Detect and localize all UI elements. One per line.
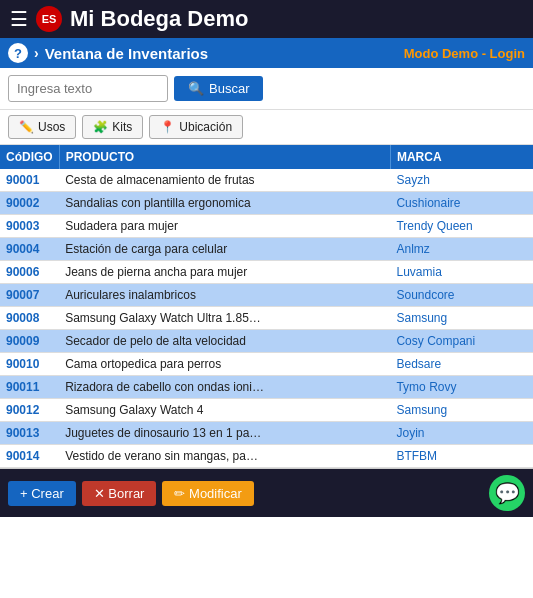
- cell-product: Auriculares inalambricos: [59, 284, 390, 307]
- app-header: ☰ ES Mi Bodega Demo: [0, 0, 533, 38]
- cell-brand: Sayzh: [390, 169, 533, 192]
- cell-code: 90004: [0, 238, 59, 261]
- cell-product: Vestido de verano sin mangas, pa…: [59, 445, 390, 468]
- filter-bar: ✏️ Usos 🧩 Kits 📍 Ubicación: [0, 110, 533, 145]
- cell-brand: Cushionaire: [390, 192, 533, 215]
- cell-code: 90009: [0, 330, 59, 353]
- cell-code: 90001: [0, 169, 59, 192]
- cell-code: 90010: [0, 353, 59, 376]
- cell-brand: BTFBM: [390, 445, 533, 468]
- cell-code: 90007: [0, 284, 59, 307]
- language-label: ES: [42, 13, 57, 25]
- usos-label: Usos: [38, 120, 65, 134]
- cell-product: Cama ortopedica para perros: [59, 353, 390, 376]
- cell-code: 90013: [0, 422, 59, 445]
- table-row[interactable]: 90009Secador de pelo de alta velocidadCo…: [0, 330, 533, 353]
- cell-product: Estación de carga para celular: [59, 238, 390, 261]
- nav-arrow-icon: ›: [34, 45, 39, 61]
- table-row[interactable]: 90011Rizadora de cabello con ondas ioni……: [0, 376, 533, 399]
- search-icon: 🔍: [188, 81, 204, 96]
- cell-product: Rizadora de cabello con ondas ioni…: [59, 376, 390, 399]
- cell-brand: Soundcore: [390, 284, 533, 307]
- table-row[interactable]: 90013Juguetes de dinosaurio 13 en 1 pa…J…: [0, 422, 533, 445]
- search-input[interactable]: [8, 75, 168, 102]
- cell-code: 90008: [0, 307, 59, 330]
- table-row[interactable]: 90010Cama ortopedica para perrosBedsare: [0, 353, 533, 376]
- bottom-toolbar: + Crear ✕ Borrar ✏ Modificar 💬: [0, 469, 533, 517]
- table-row[interactable]: 90008Samsung Galaxy Watch Ultra 1.85…Sam…: [0, 307, 533, 330]
- cell-brand: Luvamia: [390, 261, 533, 284]
- table-row[interactable]: 90001Cesta de almacenamiento de frutasSa…: [0, 169, 533, 192]
- search-button-label: Buscar: [209, 81, 249, 96]
- cell-brand: Samsung: [390, 307, 533, 330]
- filter-kits-button[interactable]: 🧩 Kits: [82, 115, 143, 139]
- cell-product: Samsung Galaxy Watch 4: [59, 399, 390, 422]
- cell-product: Sudadera para mujer: [59, 215, 390, 238]
- language-flag[interactable]: ES: [36, 6, 62, 32]
- cell-product: Juguetes de dinosaurio 13 en 1 pa…: [59, 422, 390, 445]
- whatsapp-icon: 💬: [495, 481, 520, 505]
- nav-bar: ? › Ventana de Inventarios Modo Demo - L…: [0, 38, 533, 68]
- table-row[interactable]: 90003Sudadera para mujerTrendy Queen: [0, 215, 533, 238]
- inventory-table-container: CóDIGO PRODUCTO MARCA 90001Cesta de alma…: [0, 145, 533, 469]
- col-header-code[interactable]: CóDIGO: [0, 145, 59, 169]
- modificar-label: ✏ Modificar: [174, 486, 241, 501]
- cell-brand: Joyin: [390, 422, 533, 445]
- modificar-button[interactable]: ✏ Modificar: [162, 481, 253, 506]
- crear-button[interactable]: + Crear: [8, 481, 76, 506]
- cell-code: 90002: [0, 192, 59, 215]
- borrar-button[interactable]: ✕ Borrar: [82, 481, 157, 506]
- cell-product: Secador de pelo de alta velocidad: [59, 330, 390, 353]
- kits-label: Kits: [112, 120, 132, 134]
- cell-product: Sandalias con plantilla ergonomica: [59, 192, 390, 215]
- cell-brand: Trendy Queen: [390, 215, 533, 238]
- table-header-row: CóDIGO PRODUCTO MARCA: [0, 145, 533, 169]
- filter-usos-button[interactable]: ✏️ Usos: [8, 115, 76, 139]
- table-row[interactable]: 90004Estación de carga para celularAnlmz: [0, 238, 533, 261]
- filter-ubicacion-button[interactable]: 📍 Ubicación: [149, 115, 243, 139]
- cell-brand: Samsung: [390, 399, 533, 422]
- ubicacion-icon: 📍: [160, 120, 175, 134]
- col-header-brand[interactable]: MARCA: [390, 145, 533, 169]
- cell-code: 90014: [0, 445, 59, 468]
- hamburger-icon[interactable]: ☰: [10, 7, 28, 31]
- cell-code: 90012: [0, 399, 59, 422]
- table-row[interactable]: 90014Vestido de verano sin mangas, pa…BT…: [0, 445, 533, 468]
- col-header-product[interactable]: PRODUCTO: [59, 145, 390, 169]
- whatsapp-button[interactable]: 💬: [489, 475, 525, 511]
- inventory-table: CóDIGO PRODUCTO MARCA 90001Cesta de alma…: [0, 145, 533, 468]
- cell-product: Samsung Galaxy Watch Ultra 1.85…: [59, 307, 390, 330]
- table-row[interactable]: 90006Jeans de pierna ancha para mujerLuv…: [0, 261, 533, 284]
- cell-code: 90011: [0, 376, 59, 399]
- cell-brand: Cosy Compani: [390, 330, 533, 353]
- usos-icon: ✏️: [19, 120, 34, 134]
- section-title: Ventana de Inventarios: [45, 45, 398, 62]
- kits-icon: 🧩: [93, 120, 108, 134]
- cell-product: Cesta de almacenamiento de frutas: [59, 169, 390, 192]
- table-row[interactable]: 90002Sandalias con plantilla ergonomicaC…: [0, 192, 533, 215]
- app-title: Mi Bodega Demo: [70, 6, 248, 32]
- cell-brand: Tymo Rovy: [390, 376, 533, 399]
- table-row[interactable]: 90007Auriculares inalambricosSoundcore: [0, 284, 533, 307]
- search-button[interactable]: 🔍 Buscar: [174, 76, 263, 101]
- borrar-label: ✕ Borrar: [94, 486, 145, 501]
- demo-label: Modo Demo - Login: [404, 46, 525, 61]
- cell-product: Jeans de pierna ancha para mujer: [59, 261, 390, 284]
- ubicacion-label: Ubicación: [179, 120, 232, 134]
- crear-label: + Crear: [20, 486, 64, 501]
- table-row[interactable]: 90012Samsung Galaxy Watch 4Samsung: [0, 399, 533, 422]
- search-bar: 🔍 Buscar: [0, 68, 533, 110]
- cell-code: 90003: [0, 215, 59, 238]
- cell-brand: Bedsare: [390, 353, 533, 376]
- help-icon[interactable]: ?: [8, 43, 28, 63]
- cell-brand: Anlmz: [390, 238, 533, 261]
- cell-code: 90006: [0, 261, 59, 284]
